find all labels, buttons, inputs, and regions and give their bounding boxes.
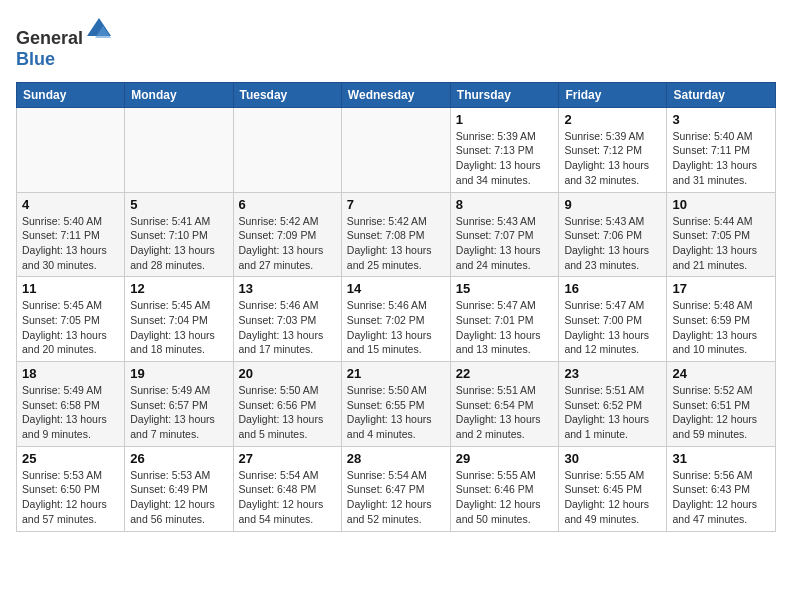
calendar-header-monday: Monday: [125, 82, 233, 107]
calendar-table: SundayMondayTuesdayWednesdayThursdayFrid…: [16, 82, 776, 532]
day-detail: Sunrise: 5:56 AM Sunset: 6:43 PM Dayligh…: [672, 468, 770, 527]
calendar-cell: 20Sunrise: 5:50 AM Sunset: 6:56 PM Dayli…: [233, 362, 341, 447]
calendar-cell: 4Sunrise: 5:40 AM Sunset: 7:11 PM Daylig…: [17, 192, 125, 277]
day-number: 31: [672, 451, 770, 466]
day-number: 6: [239, 197, 336, 212]
calendar-header-wednesday: Wednesday: [341, 82, 450, 107]
logo: General Blue: [16, 16, 113, 70]
calendar-cell: 10Sunrise: 5:44 AM Sunset: 7:05 PM Dayli…: [667, 192, 776, 277]
day-detail: Sunrise: 5:42 AM Sunset: 7:08 PM Dayligh…: [347, 214, 445, 273]
day-number: 10: [672, 197, 770, 212]
day-number: 19: [130, 366, 227, 381]
calendar-cell: 21Sunrise: 5:50 AM Sunset: 6:55 PM Dayli…: [341, 362, 450, 447]
day-detail: Sunrise: 5:45 AM Sunset: 7:04 PM Dayligh…: [130, 298, 227, 357]
calendar-week-row: 25Sunrise: 5:53 AM Sunset: 6:50 PM Dayli…: [17, 446, 776, 531]
calendar-cell: [17, 107, 125, 192]
day-number: 22: [456, 366, 554, 381]
day-number: 29: [456, 451, 554, 466]
day-number: 12: [130, 281, 227, 296]
day-detail: Sunrise: 5:43 AM Sunset: 7:06 PM Dayligh…: [564, 214, 661, 273]
calendar-cell: [341, 107, 450, 192]
calendar-header-row: SundayMondayTuesdayWednesdayThursdayFrid…: [17, 82, 776, 107]
day-detail: Sunrise: 5:51 AM Sunset: 6:52 PM Dayligh…: [564, 383, 661, 442]
calendar-cell: 12Sunrise: 5:45 AM Sunset: 7:04 PM Dayli…: [125, 277, 233, 362]
day-number: 14: [347, 281, 445, 296]
day-detail: Sunrise: 5:42 AM Sunset: 7:09 PM Dayligh…: [239, 214, 336, 273]
day-detail: Sunrise: 5:45 AM Sunset: 7:05 PM Dayligh…: [22, 298, 119, 357]
logo-general-text: General: [16, 28, 83, 48]
calendar-cell: 7Sunrise: 5:42 AM Sunset: 7:08 PM Daylig…: [341, 192, 450, 277]
calendar-cell: 18Sunrise: 5:49 AM Sunset: 6:58 PM Dayli…: [17, 362, 125, 447]
day-number: 26: [130, 451, 227, 466]
day-number: 30: [564, 451, 661, 466]
calendar-cell: 6Sunrise: 5:42 AM Sunset: 7:09 PM Daylig…: [233, 192, 341, 277]
day-detail: Sunrise: 5:50 AM Sunset: 6:55 PM Dayligh…: [347, 383, 445, 442]
day-number: 16: [564, 281, 661, 296]
day-detail: Sunrise: 5:41 AM Sunset: 7:10 PM Dayligh…: [130, 214, 227, 273]
day-detail: Sunrise: 5:46 AM Sunset: 7:03 PM Dayligh…: [239, 298, 336, 357]
day-detail: Sunrise: 5:47 AM Sunset: 7:01 PM Dayligh…: [456, 298, 554, 357]
day-number: 28: [347, 451, 445, 466]
calendar-cell: 13Sunrise: 5:46 AM Sunset: 7:03 PM Dayli…: [233, 277, 341, 362]
day-number: 21: [347, 366, 445, 381]
day-detail: Sunrise: 5:39 AM Sunset: 7:13 PM Dayligh…: [456, 129, 554, 188]
calendar-cell: [125, 107, 233, 192]
day-detail: Sunrise: 5:40 AM Sunset: 7:11 PM Dayligh…: [22, 214, 119, 273]
day-detail: Sunrise: 5:43 AM Sunset: 7:07 PM Dayligh…: [456, 214, 554, 273]
day-detail: Sunrise: 5:48 AM Sunset: 6:59 PM Dayligh…: [672, 298, 770, 357]
calendar-cell: 23Sunrise: 5:51 AM Sunset: 6:52 PM Dayli…: [559, 362, 667, 447]
calendar-week-row: 18Sunrise: 5:49 AM Sunset: 6:58 PM Dayli…: [17, 362, 776, 447]
page-header: General Blue: [16, 16, 776, 70]
calendar-week-row: 1Sunrise: 5:39 AM Sunset: 7:13 PM Daylig…: [17, 107, 776, 192]
calendar-cell: 17Sunrise: 5:48 AM Sunset: 6:59 PM Dayli…: [667, 277, 776, 362]
day-number: 9: [564, 197, 661, 212]
calendar-cell: 14Sunrise: 5:46 AM Sunset: 7:02 PM Dayli…: [341, 277, 450, 362]
logo-blue-text: Blue: [16, 49, 55, 69]
calendar-cell: 1Sunrise: 5:39 AM Sunset: 7:13 PM Daylig…: [450, 107, 559, 192]
day-number: 8: [456, 197, 554, 212]
calendar-cell: 19Sunrise: 5:49 AM Sunset: 6:57 PM Dayli…: [125, 362, 233, 447]
calendar-cell: 16Sunrise: 5:47 AM Sunset: 7:00 PM Dayli…: [559, 277, 667, 362]
calendar-cell: 9Sunrise: 5:43 AM Sunset: 7:06 PM Daylig…: [559, 192, 667, 277]
calendar-header-friday: Friday: [559, 82, 667, 107]
day-number: 25: [22, 451, 119, 466]
day-number: 23: [564, 366, 661, 381]
calendar-week-row: 11Sunrise: 5:45 AM Sunset: 7:05 PM Dayli…: [17, 277, 776, 362]
calendar-cell: 5Sunrise: 5:41 AM Sunset: 7:10 PM Daylig…: [125, 192, 233, 277]
day-number: 20: [239, 366, 336, 381]
day-detail: Sunrise: 5:55 AM Sunset: 6:46 PM Dayligh…: [456, 468, 554, 527]
calendar-cell: 25Sunrise: 5:53 AM Sunset: 6:50 PM Dayli…: [17, 446, 125, 531]
day-detail: Sunrise: 5:47 AM Sunset: 7:00 PM Dayligh…: [564, 298, 661, 357]
calendar-cell: 8Sunrise: 5:43 AM Sunset: 7:07 PM Daylig…: [450, 192, 559, 277]
day-number: 17: [672, 281, 770, 296]
day-number: 15: [456, 281, 554, 296]
day-detail: Sunrise: 5:49 AM Sunset: 6:57 PM Dayligh…: [130, 383, 227, 442]
calendar-cell: 29Sunrise: 5:55 AM Sunset: 6:46 PM Dayli…: [450, 446, 559, 531]
calendar-cell: 30Sunrise: 5:55 AM Sunset: 6:45 PM Dayli…: [559, 446, 667, 531]
day-number: 7: [347, 197, 445, 212]
day-detail: Sunrise: 5:52 AM Sunset: 6:51 PM Dayligh…: [672, 383, 770, 442]
calendar-cell: 31Sunrise: 5:56 AM Sunset: 6:43 PM Dayli…: [667, 446, 776, 531]
calendar-cell: 28Sunrise: 5:54 AM Sunset: 6:47 PM Dayli…: [341, 446, 450, 531]
day-detail: Sunrise: 5:40 AM Sunset: 7:11 PM Dayligh…: [672, 129, 770, 188]
day-number: 3: [672, 112, 770, 127]
day-number: 13: [239, 281, 336, 296]
day-number: 27: [239, 451, 336, 466]
day-number: 2: [564, 112, 661, 127]
calendar-cell: [233, 107, 341, 192]
calendar-cell: 11Sunrise: 5:45 AM Sunset: 7:05 PM Dayli…: [17, 277, 125, 362]
calendar-header-saturday: Saturday: [667, 82, 776, 107]
day-detail: Sunrise: 5:49 AM Sunset: 6:58 PM Dayligh…: [22, 383, 119, 442]
day-detail: Sunrise: 5:51 AM Sunset: 6:54 PM Dayligh…: [456, 383, 554, 442]
calendar-header-thursday: Thursday: [450, 82, 559, 107]
day-detail: Sunrise: 5:44 AM Sunset: 7:05 PM Dayligh…: [672, 214, 770, 273]
day-detail: Sunrise: 5:39 AM Sunset: 7:12 PM Dayligh…: [564, 129, 661, 188]
day-number: 18: [22, 366, 119, 381]
calendar-cell: 2Sunrise: 5:39 AM Sunset: 7:12 PM Daylig…: [559, 107, 667, 192]
day-number: 1: [456, 112, 554, 127]
calendar-cell: 22Sunrise: 5:51 AM Sunset: 6:54 PM Dayli…: [450, 362, 559, 447]
calendar-cell: 27Sunrise: 5:54 AM Sunset: 6:48 PM Dayli…: [233, 446, 341, 531]
day-number: 5: [130, 197, 227, 212]
calendar-cell: 3Sunrise: 5:40 AM Sunset: 7:11 PM Daylig…: [667, 107, 776, 192]
calendar-week-row: 4Sunrise: 5:40 AM Sunset: 7:11 PM Daylig…: [17, 192, 776, 277]
